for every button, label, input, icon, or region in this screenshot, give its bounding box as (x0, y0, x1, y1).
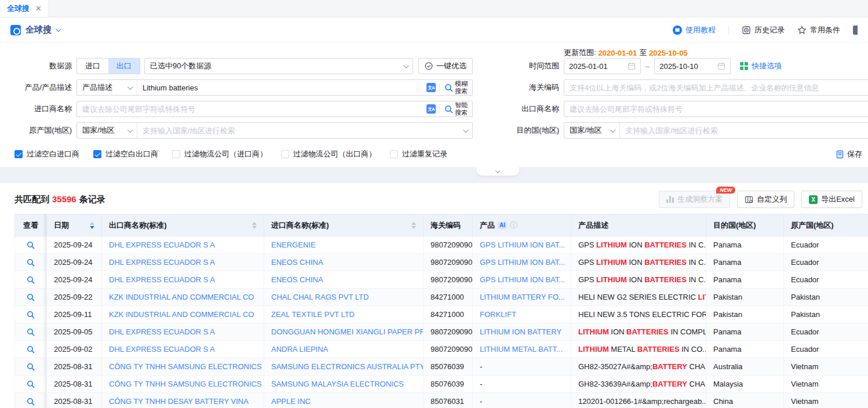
destination-input[interactable] (620, 123, 868, 138)
exporter-link[interactable]: CÔNG TY TNHH DESAY BATTERY VINA (109, 397, 249, 406)
hs-code-input[interactable] (564, 80, 868, 95)
import-toggle[interactable]: 进口 (77, 59, 108, 74)
exporter-link[interactable]: CÔNG TY TNHH SAMSUNG ELECTRONICS ... (109, 362, 264, 371)
table-row: 2025-09-24 DHL EXPRESS ECUADOR S A ENEOS… (15, 254, 868, 271)
view-record-button[interactable] (15, 271, 46, 288)
tutorial-link[interactable]: 使用教程 (673, 25, 716, 35)
filter-blank-importer[interactable]: 过滤空白进口商 (14, 149, 79, 159)
close-icon[interactable]: ✕ (35, 5, 42, 12)
filter-blank-exporter[interactable]: 过滤空白出口商 (93, 149, 158, 159)
importer-link[interactable]: ENEOS CHINA (271, 275, 323, 284)
product-link[interactable]: GPS LITHIUM ION BAT... (480, 258, 565, 267)
view-record-button[interactable] (15, 341, 46, 358)
filter-duplicates[interactable]: 过滤重复记录 (390, 149, 447, 159)
translate-icon[interactable]: 文A (426, 104, 436, 114)
column-header[interactable]: 日期 (47, 214, 102, 236)
product-link[interactable]: LITHIUM METAL BATT... (480, 345, 563, 354)
view-record-button[interactable] (15, 236, 46, 253)
generate-insight-button[interactable]: 生成洞察方案 NEW (659, 191, 730, 208)
importer-link[interactable]: APPLE INC (271, 397, 311, 406)
data-source-select[interactable]: 已选中90个数据源 (144, 58, 413, 74)
exporter-link[interactable]: DHL EXPRESS ECUADOR S A (109, 258, 215, 267)
description-cell: GPS LITHIUM ION BATTERIES IN C... (571, 271, 706, 289)
exporter-link[interactable]: DHL EXPRESS ECUADOR S A (109, 327, 215, 336)
filter-logistics-importer[interactable]: 过滤物流公司（进口商） (172, 149, 267, 159)
view-record-button[interactable] (15, 393, 46, 408)
export-excel-button[interactable]: X 导出Excel (801, 191, 862, 208)
exporter-link[interactable]: KZK INDUSTRIAL AND COMMERCIAL CO (109, 293, 254, 301)
importer-link[interactable]: SAMSUNG ELECTRONICS AUSTRALIA PTY (271, 362, 424, 371)
save-button[interactable]: 保存 (836, 149, 862, 159)
product-link[interactable]: LITHIUM ION BATTERY (480, 327, 561, 336)
exporter-cell: CÔNG TY TNHH DESAY BATTERY VINA (102, 393, 264, 408)
product-link[interactable]: GPS LITHIUM ION BAT... (480, 241, 565, 249)
origin-type-select[interactable]: 国家/地区 (77, 123, 137, 138)
description-cell: LITHIUM METAL BATTERIES IN CO... (571, 341, 706, 358)
hs-code-field (564, 79, 868, 96)
product-link[interactable]: GPS LITHIUM ION BAT... (480, 275, 565, 284)
importer-link[interactable]: ENEOS CHINA (271, 258, 323, 267)
collapse-panel-button[interactable] (476, 167, 519, 176)
exporter-link[interactable]: DHL EXPRESS ECUADOR S A (109, 345, 215, 354)
custom-columns-button[interactable]: 自定义列 (737, 191, 794, 208)
view-record-button[interactable] (15, 358, 46, 375)
importer-link[interactable]: ENERGENIE (271, 241, 316, 249)
column-header[interactable]: 出口商名称(标准) (102, 214, 264, 236)
hs-code-cell: 85076039 (424, 358, 473, 376)
view-record-button[interactable] (15, 289, 46, 305)
one-click-optimize-button[interactable]: 一键优选 (418, 58, 473, 74)
clipped-header-action[interactable] (853, 26, 858, 35)
history-link[interactable]: 历史记录 (742, 25, 785, 35)
smart-search-button[interactable]: 智能搜索 (443, 101, 472, 116)
exporter-link[interactable]: DHL EXPRESS ECUADOR S A (109, 275, 215, 284)
date-from-input[interactable] (564, 58, 641, 74)
product-input[interactable] (137, 80, 426, 95)
exporter-link[interactable]: KZK INDUSTRIAL AND COMMERCIAL CO (109, 310, 254, 319)
description-cell: GH82-33639A#&amp;BATTERY CHA... (571, 376, 706, 393)
sort-carets[interactable] (252, 222, 257, 229)
update-range-to: 2025-10-05 (649, 49, 688, 57)
highlighted-term: LITHIUM (596, 275, 627, 284)
date-cell: 2025-09-02 (47, 341, 102, 358)
view-record-button[interactable] (15, 376, 46, 392)
tab-global-search[interactable]: 全球搜 ✕ (0, 0, 49, 17)
tab-bar: 全球搜 ✕ (0, 0, 868, 17)
export-toggle[interactable]: 出口 (108, 59, 140, 74)
view-record-button[interactable] (15, 306, 46, 323)
sort-carets[interactable] (90, 222, 94, 229)
sort-carets[interactable] (411, 222, 416, 229)
date-to-input[interactable] (654, 58, 731, 74)
product-link[interactable]: FORKLIFT (480, 310, 516, 319)
translate-icon[interactable]: 文A (426, 83, 436, 92)
date-to-value[interactable] (659, 62, 708, 71)
date-from-value[interactable] (569, 62, 618, 71)
checkbox (14, 150, 23, 158)
favorites-link[interactable]: 常用条件 (797, 25, 840, 35)
importer-link[interactable]: ANDRA LIEPINA (271, 345, 328, 354)
exporter-link[interactable]: CÔNG TY TNHH SAMSUNG ELECTRONICS ... (109, 380, 264, 388)
hs-code-label: 海关编码 (506, 82, 559, 93)
view-record-button[interactable] (15, 254, 46, 271)
filter-logistics-exporter[interactable]: 过滤物流公司（出口商） (281, 149, 376, 159)
importer-link[interactable]: SAMSUNG MALAYSIA ELECTRONICS (271, 380, 404, 388)
column-header[interactable]: 进口商名称(标准) (264, 214, 424, 236)
importer-input[interactable] (77, 101, 426, 116)
exporter-field (564, 101, 868, 117)
exporter-cell: DHL EXPRESS ECUADOR S A (102, 341, 264, 358)
importer-link[interactable]: DONGGUAN HONGMEI XIANGLI PAPER PR... (271, 327, 424, 336)
origin-input[interactable] (137, 123, 461, 138)
origin-select-group: 国家/地区 (76, 122, 473, 139)
view-cell (15, 376, 47, 393)
view-record-button[interactable] (15, 323, 46, 340)
sort-desc-icon (411, 226, 416, 229)
importer-link[interactable]: CHAL CHAL RAGS PVT LTD (271, 293, 369, 301)
exporter-input[interactable] (564, 101, 868, 116)
importer-link[interactable]: ZEAL TEXTILE PVT LTD (271, 310, 355, 319)
quick-options-button[interactable]: 快捷选项 (740, 61, 782, 71)
destination-type-select[interactable]: 国家/地区 (564, 123, 620, 138)
exporter-link[interactable]: DHL EXPRESS ECUADOR S A (109, 241, 215, 249)
product-link[interactable]: LITHIUM BATTERY FO... (480, 293, 565, 301)
chevron-down-icon[interactable] (56, 26, 61, 32)
product-field-select[interactable]: 产品描述 (77, 80, 137, 95)
fuzzy-search-button[interactable]: 模糊搜索 (443, 80, 472, 94)
